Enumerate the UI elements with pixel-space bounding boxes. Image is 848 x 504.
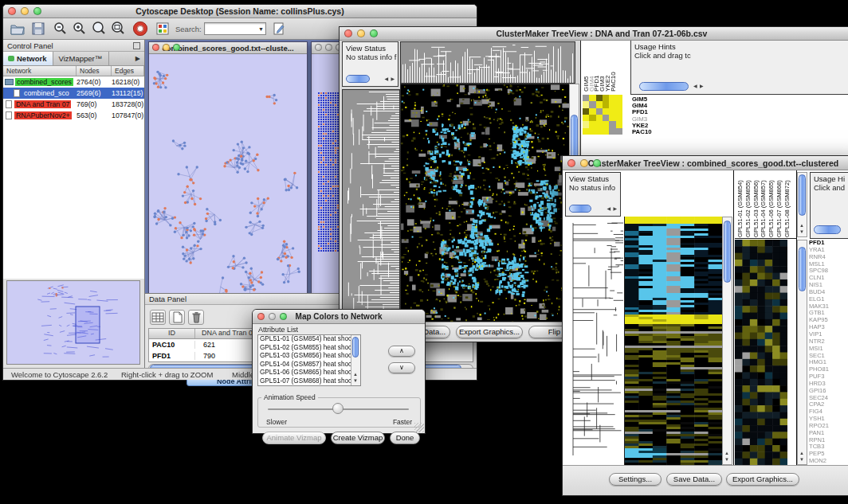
scroll-down-icon[interactable]: ▼ [353, 377, 358, 384]
list-item[interactable]: GPL51-03 (GSM856) heat shock 15 min [258, 352, 360, 361]
resize-grip[interactable] [414, 423, 424, 432]
gene-label[interactable]: GIM4 [632, 103, 680, 109]
gene-label[interactable]: RPN1 [809, 437, 848, 444]
gene-label[interactable]: MSI1 [809, 346, 848, 353]
animate-vizmap-button[interactable]: Animate Vizmap [262, 432, 326, 444]
scrollbar-thumb[interactable] [569, 205, 591, 213]
minimize-button[interactable] [163, 44, 170, 51]
list-item[interactable]: GPL51-07 (GSM868) heat shock 60 min [258, 377, 360, 386]
network-row[interactable]: combined_scores2764(0)16218(0) [3, 76, 144, 88]
scroll-up-icon[interactable]: ▲ [799, 222, 804, 229]
similarity-matrix-heatmap[interactable] [583, 95, 622, 135]
scrollbar-thumb[interactable] [639, 82, 689, 91]
dna-column-dendrogram[interactable] [400, 41, 575, 84]
network-canvas-1[interactable] [149, 54, 307, 299]
create-vizmap-button[interactable]: Create Vizmap [331, 432, 385, 444]
close-button[interactable] [315, 44, 322, 51]
dna-row-dendrogram[interactable] [342, 89, 400, 325]
close-button[interactable] [257, 313, 265, 320]
gene-label[interactable]: ELG1 [809, 296, 848, 303]
gene-label[interactable]: PUF3 [809, 373, 848, 381]
network-overview-panel[interactable] [6, 280, 140, 365]
minimize-button[interactable] [21, 7, 29, 15]
network-row[interactable]: DNA and Tran 07769(0)183728(0) [3, 99, 144, 110]
gene-label[interactable]: HAP3 [809, 324, 848, 331]
gene-label[interactable]: BUD4 [809, 289, 848, 296]
gene-label[interactable]: MAK31 [809, 303, 848, 311]
float-panel-icon[interactable] [133, 42, 140, 49]
close-button[interactable] [152, 44, 159, 51]
slider-thumb[interactable] [332, 403, 344, 414]
scrollbar-thumb[interactable] [352, 337, 359, 357]
search-input[interactable]: ▼ [204, 22, 266, 35]
scroll-down-icon[interactable]: ▼ [724, 456, 729, 463]
zoom-button[interactable] [33, 7, 41, 15]
scroll-right-icon[interactable]: ▶ [613, 205, 617, 212]
gene-label[interactable]: SEC1 [809, 353, 848, 360]
combined-titlebar[interactable]: ClusterMaker TreeView : combined_scores_… [563, 156, 848, 170]
combined-heatmap-canvas[interactable] [624, 217, 722, 465]
minimize-button[interactable] [357, 29, 365, 37]
close-button[interactable] [344, 29, 352, 37]
scrollbar-thumb[interactable] [346, 75, 370, 83]
export-graphics-button[interactable]: Export Graphics... [456, 326, 523, 338]
gene-label[interactable]: RPO21 [809, 423, 848, 430]
overview-canvas[interactable] [7, 281, 139, 364]
zoom-out-icon[interactable] [53, 21, 69, 37]
gene-label[interactable]: PHO81 [809, 366, 848, 373]
minimize-button[interactable] [269, 313, 276, 320]
network-row[interactable]: RNAPuberNov2+563(0)107847(0) [3, 110, 144, 121]
gene-label[interactable]: KAP95 [809, 317, 848, 324]
new-attribute-icon[interactable] [169, 310, 185, 325]
scroll-right-icon[interactable]: ▶ [391, 76, 395, 82]
help-lifesaver-icon[interactable] [132, 21, 148, 37]
settings-button[interactable]: Settings... [609, 473, 662, 486]
gene-label[interactable]: GIM3 [632, 116, 680, 123]
gene-label[interactable]: GPI16 [809, 388, 848, 395]
attribute-list[interactable]: GPL51-01 (GSM854) heat shock 05 minGPL51… [257, 334, 361, 386]
gene-list-vscrollbar[interactable]: ▲ ▼ [797, 240, 807, 465]
edit-network-icon[interactable] [271, 21, 287, 37]
gene-label[interactable]: VIP1 [809, 331, 848, 338]
gene-label[interactable]: PEP5 [809, 451, 848, 458]
gene-label[interactable]: RNR4 [809, 254, 848, 261]
gene-label[interactable]: MON2 [809, 458, 848, 465]
dna-heatmap-canvas[interactable] [400, 84, 570, 325]
scroll-left-icon[interactable]: ◀ [693, 83, 697, 89]
scrollbar-thumb[interactable] [799, 174, 806, 216]
scrollbar-thumb[interactable] [724, 221, 731, 283]
gene-label[interactable]: HMG1 [809, 359, 848, 366]
combined-row-dendrogram[interactable] [565, 217, 623, 465]
gene-label[interactable]: GTB1 [809, 310, 848, 317]
gene-label[interactable]: CLN1 [809, 275, 848, 282]
gene-label[interactable]: NIS1 [809, 282, 848, 289]
done-button[interactable]: Done [390, 432, 420, 444]
dna-gene-list[interactable]: GIM5GIM4PFD1GIM3YKE2PAC10 [632, 96, 680, 135]
tab-network[interactable]: Network [3, 52, 53, 65]
zoom-fit-icon[interactable] [91, 21, 107, 37]
list-item[interactable]: GPL51-01 (GSM854) heat shock 05 min [258, 335, 360, 344]
gene-label[interactable]: SPC98 [809, 268, 848, 275]
tab-overflow-arrow[interactable]: ▶ [135, 52, 144, 65]
scroll-up-icon[interactable]: ▲ [724, 450, 729, 456]
save-data-button[interactable]: Save Data... [666, 473, 722, 486]
move-up-button[interactable]: ∧ [388, 346, 415, 357]
dna-titlebar[interactable]: ClusterMaker TreeView : DNA and Tran 07-… [340, 27, 848, 41]
zoom-selected-icon[interactable] [110, 21, 126, 37]
scroll-up-icon[interactable]: ▲ [799, 450, 804, 456]
zoom-button[interactable] [593, 159, 601, 167]
gene-label[interactable]: GIM5 [632, 96, 680, 103]
gene-label[interactable]: PFD1 [809, 240, 848, 247]
gene-label[interactable]: PAN1 [809, 430, 848, 437]
combined-zoom-heatmap[interactable] [735, 240, 787, 465]
main-titlebar[interactable]: Cytoscape Desktop (Session Name: collins… [3, 5, 477, 18]
network-view-window-1[interactable]: combined_scores_good.txt--cluste... [148, 41, 308, 300]
gene-label[interactable]: PFD1 [632, 109, 680, 115]
move-down-button[interactable]: ∨ [388, 362, 415, 373]
network-row[interactable]: combined_sco2569(6)13112(15) [3, 88, 144, 99]
gene-label[interactable]: TCB3 [809, 443, 848, 451]
gene-label[interactable]: YSH1 [809, 416, 848, 423]
scrollbar-thumb[interactable] [814, 225, 841, 234]
scroll-left-icon[interactable]: ◀ [607, 205, 610, 212]
zoom-button[interactable] [370, 29, 378, 37]
